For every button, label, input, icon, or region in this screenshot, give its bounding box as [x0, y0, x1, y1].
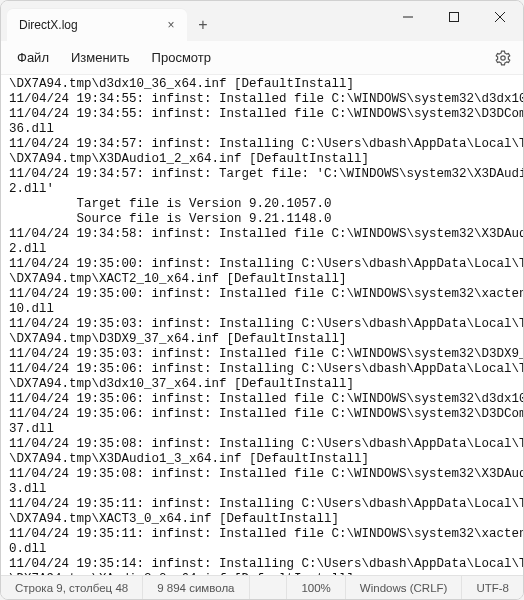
- maximize-button[interactable]: [431, 1, 477, 33]
- menu-edit[interactable]: Изменить: [61, 46, 140, 69]
- app-window: DirectX.log × + Файл Изменить Просмотр \…: [0, 0, 524, 600]
- editor-area[interactable]: \DX7A94.tmp\d3dx10_36_x64.inf [DefaultIn…: [1, 75, 523, 575]
- maximize-icon: [449, 12, 459, 22]
- close-window-button[interactable]: [477, 1, 523, 33]
- minimize-button[interactable]: [385, 1, 431, 33]
- tab-title: DirectX.log: [19, 18, 78, 32]
- status-encoding[interactable]: UTF-8: [462, 576, 523, 599]
- svg-rect-1: [450, 13, 459, 22]
- tab-active[interactable]: DirectX.log ×: [7, 9, 187, 41]
- menu-file[interactable]: Файл: [7, 46, 59, 69]
- gear-icon: [495, 50, 511, 66]
- statusbar: Строка 9, столбец 48 9 894 символа 100% …: [1, 575, 523, 599]
- minimize-icon: [403, 12, 413, 22]
- menu-view[interactable]: Просмотр: [142, 46, 221, 69]
- tab-close-icon[interactable]: ×: [163, 17, 179, 33]
- settings-button[interactable]: [489, 44, 517, 72]
- status-eol[interactable]: Windows (CRLF): [346, 576, 463, 599]
- menubar: Файл Изменить Просмотр: [1, 41, 523, 75]
- close-icon: [495, 12, 505, 22]
- new-tab-button[interactable]: +: [187, 9, 219, 41]
- log-text: \DX7A94.tmp\d3dx10_36_x64.inf [DefaultIn…: [1, 75, 523, 575]
- status-chars[interactable]: 9 894 символа: [143, 576, 249, 599]
- status-position[interactable]: Строка 9, столбец 48: [1, 576, 143, 599]
- titlebar: DirectX.log × +: [1, 1, 523, 41]
- status-zoom[interactable]: 100%: [287, 576, 345, 599]
